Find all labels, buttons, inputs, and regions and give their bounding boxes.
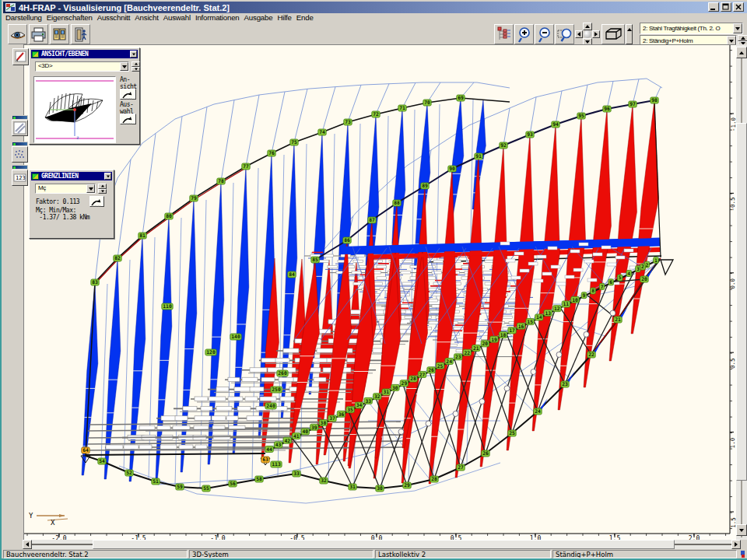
menu-auswahl[interactable]: Auswahl [161, 13, 193, 23]
drawing-element [610, 310, 615, 316]
drawing-element [556, 352, 562, 357]
drawing-element: 90 [449, 166, 455, 171]
view-combo[interactable]: <3D> [35, 61, 129, 72]
component-combo-dropdown[interactable] [86, 184, 95, 193]
drawing-element [514, 252, 524, 255]
print-button[interactable] [29, 24, 48, 44]
status-system: 3D-System [189, 550, 374, 558]
scroll-left-button[interactable] [23, 540, 32, 549]
grenzlinien-panel-menu-button[interactable] [104, 173, 111, 180]
drawing-element: 52 [126, 470, 132, 475]
documents-button[interactable] [50, 24, 69, 44]
exit-door-button[interactable] [71, 24, 90, 44]
ansicht-apply-button[interactable] [120, 89, 136, 100]
drawing-element [579, 243, 588, 246]
drawing-element [352, 271, 362, 274]
vertical-scrollbar[interactable] [736, 44, 747, 540]
drawing-element [428, 299, 438, 302]
drawing-element: 23 [562, 381, 568, 387]
drawing-element [584, 331, 589, 337]
component-spin-down[interactable] [98, 189, 107, 194]
mesh-button[interactable] [12, 146, 28, 163]
drawing-element: 80 [166, 213, 172, 219]
drawing-element: 13 [545, 310, 551, 316]
numbers-button[interactable]: 123 [12, 170, 28, 186]
ansicht-panel-titlebar[interactable]: ANSICHT/EBENEN [31, 50, 138, 58]
auswahl-apply-button[interactable] [120, 114, 136, 124]
drawing-element: 51 [153, 478, 159, 484]
menu-hilfe[interactable]: Hilfe [275, 13, 293, 23]
scroll-right-button[interactable] [731, 540, 741, 549]
pan-up-button[interactable] [583, 23, 592, 30]
pan-pad [575, 23, 600, 46]
view-3d-spin[interactable] [626, 24, 633, 44]
drawing-element [615, 256, 625, 259]
drawing-element: 16 [518, 324, 524, 329]
drawing-element [247, 416, 262, 421]
analysis-combo-dropdown[interactable] [733, 23, 742, 33]
menu-informationen[interactable]: Informationen [193, 13, 242, 23]
pan-left-button[interactable] [575, 30, 583, 38]
drawing-element [160, 445, 177, 450]
edit-pen-button[interactable] [12, 48, 29, 65]
menu-ansicht[interactable]: Ansicht [132, 13, 160, 23]
menu-ende[interactable]: Ende [294, 13, 316, 23]
menu-eigenschaften[interactable]: Eigenschaften [44, 13, 95, 23]
status-loadcollective: Lastkollektiv 2 [375, 550, 551, 558]
menu-bar: DarstellungEigenschaftenAusschnittAnsich… [3, 13, 747, 23]
tree-list-button[interactable] [494, 24, 514, 44]
view-eye-button[interactable] [8, 24, 27, 44]
analysis-combo[interactable]: 2: Stahl Tragfähigkeit (Th. 2. O [640, 23, 743, 34]
drawing-element: 11 [563, 301, 570, 306]
drawing-element: 240 [266, 403, 275, 408]
menu-darstellung[interactable]: Darstellung [3, 13, 44, 23]
horizontal-scroll-thumb[interactable] [93, 540, 675, 549]
zoom-out-button[interactable] [535, 24, 554, 44]
drawing-element: 28 [410, 376, 416, 381]
view-preview[interactable]: z [33, 76, 116, 143]
horizontal-scrollbar[interactable] [23, 540, 741, 549]
drawing-element: 25 [509, 430, 515, 436]
menu-ausgabe[interactable]: Ausgabe [242, 13, 275, 23]
drawing-element: 72 [373, 111, 379, 117]
zoom-in-button[interactable] [514, 24, 534, 44]
drawing-element: 20 [482, 341, 489, 346]
view-spin-down[interactable] [132, 67, 140, 72]
menu-ausschnitt[interactable]: Ausschnitt [95, 13, 133, 23]
drawing-element [601, 246, 611, 249]
view-3d-box-button[interactable] [601, 24, 625, 44]
drawing-element [306, 387, 319, 392]
loadcase-spin-up[interactable] [738, 35, 747, 41]
app-window: 4H-FRAP - Visualisierung [Bauchveerendel… [0, 0, 747, 560]
layers-button[interactable] [12, 120, 28, 136]
drawing-element [551, 265, 560, 268]
drawing-element [531, 369, 536, 375]
zoom-window-button[interactable] [555, 24, 574, 44]
maximize-button[interactable] [721, 2, 731, 12]
minmax-value: -1.37/ 1.38 kNm [36, 214, 89, 221]
drawing-element: 25 [437, 363, 444, 369]
scroll-down-button[interactable] [736, 524, 747, 536]
drawing-element [453, 411, 458, 416]
vertical-scroll-thumb[interactable] [736, 123, 747, 481]
drawing-element: 93 [527, 131, 533, 137]
view-combo-dropdown[interactable] [120, 62, 128, 71]
component-combo-value: Mç [38, 184, 46, 191]
drawing-element: 32 [374, 394, 381, 399]
drawing-element: 2 [641, 264, 644, 269]
scroll-up-button[interactable] [736, 47, 747, 58]
drawing-element: 17 [509, 327, 515, 333]
grenzlinien-panel-titlebar[interactable]: GRENZLINIEN [31, 172, 112, 180]
minimize-button[interactable] [708, 2, 719, 12]
drawing-element [324, 254, 334, 257]
pan-right-button[interactable] [592, 30, 600, 38]
drawing-element: 23 [455, 354, 461, 359]
drawing-element [250, 368, 267, 373]
close-button[interactable] [733, 2, 744, 12]
grenzlinien-apply-button[interactable] [89, 196, 104, 207]
drawing-element: 75 [291, 139, 297, 145]
component-combo[interactable]: Mç [35, 184, 96, 194]
pan-center-knob[interactable] [584, 30, 591, 38]
drawing-element: 24 [446, 359, 452, 364]
ansicht-panel-menu-button[interactable] [130, 51, 137, 58]
